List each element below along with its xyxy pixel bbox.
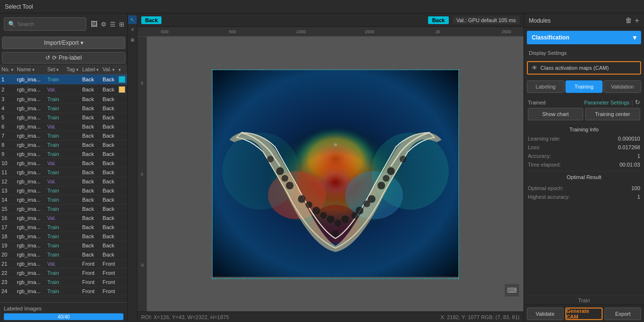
table-row[interactable]: 16 rgb_ima... Val. Back Back <box>0 214 127 223</box>
tool-select[interactable]: ↖ <box>128 15 137 24</box>
svg-point-22 <box>306 201 312 208</box>
keyboard-icon[interactable]: ⌨ <box>504 283 520 297</box>
table-row[interactable]: 14 rgb_ima... Train Back Back <box>0 195 127 205</box>
cell-tag <box>65 259 81 269</box>
col-header-tag[interactable]: Tag <box>65 64 81 75</box>
cell-set: Train <box>46 113 65 122</box>
cell-no: 18 <box>0 232 15 241</box>
training-center-button[interactable]: Training center <box>585 108 641 120</box>
cell-val: Back <box>101 195 117 205</box>
pre-label-button[interactable]: ↺ ⟳ Pre-label <box>2 52 125 64</box>
action-buttons: Show chart Training center <box>528 108 640 120</box>
select-tool-label: Select Tool <box>5 3 33 10</box>
col-header-name[interactable]: Name <box>15 64 46 75</box>
col-header-set[interactable]: Set <box>46 64 65 75</box>
cell-no: 24 <box>0 287 15 296</box>
cell-tag <box>65 287 81 296</box>
import-export-button[interactable]: Import/Export ▾ <box>2 37 125 49</box>
generate-cam-button[interactable]: Generate CAM <box>565 308 603 320</box>
cell-no: 8 <box>0 141 15 150</box>
tool-sidebar: ↖ ⠿ ⊞ <box>128 13 137 322</box>
classification-button[interactable]: Classification ▾ <box>527 31 641 44</box>
table-row[interactable]: 15 rgb_ima... Train Back Back <box>0 205 127 214</box>
cam-section[interactable]: 👁 Class activation maps (CAM) <box>527 61 641 75</box>
cell-set: Train <box>46 75 65 85</box>
cell-label: Back <box>80 159 101 168</box>
col-header-no[interactable]: No. <box>0 64 15 75</box>
cell-tag <box>65 104 81 113</box>
cell-name: rgb_ima... <box>15 205 46 214</box>
bottom-status-bar: ROI: X=126, Y=43, W=2322, H=1875 X: 2182… <box>137 311 523 322</box>
table-row[interactable]: 4 rgb_ima... Train Back Back <box>0 104 127 113</box>
table-row[interactable]: 22 rgb_ima... Train Front Front <box>0 269 127 278</box>
cell-set: Train <box>46 232 65 241</box>
table-row[interactable]: 13 rgb_ima... Train Back Back <box>0 186 127 195</box>
refresh-icon[interactable]: ↻ <box>635 99 640 106</box>
cell-label: Back <box>80 250 101 259</box>
cell-label: Front <box>80 287 101 296</box>
col-header-label[interactable]: Label <box>80 64 101 75</box>
tab-training[interactable]: Training <box>565 80 603 93</box>
param-settings-link[interactable]: Parameter Settings <box>584 100 630 105</box>
svg-point-8 <box>276 167 284 175</box>
table-row[interactable]: 11 rgb_ima... Train Back Back <box>0 168 127 177</box>
table-row[interactable]: 7 rgb_ima... Train Back Back <box>0 131 127 141</box>
table-row[interactable]: 19 rgb_ima... Train Back Back <box>0 241 127 250</box>
cell-val: Back <box>101 214 117 223</box>
cell-color <box>117 131 127 141</box>
highest-accuracy-label: Highest accuracy: <box>528 194 570 200</box>
pre-label-icon: ↺ <box>45 54 50 61</box>
cell-no: 12 <box>0 177 15 186</box>
plus-icon[interactable]: + <box>635 16 639 25</box>
table-row[interactable]: 17 rgb_ima... Train Back Back <box>0 223 127 232</box>
image-icon[interactable]: 🖼 <box>90 19 98 29</box>
col-header-val[interactable]: Val. <box>101 64 117 75</box>
show-chart-button[interactable]: Show chart <box>528 108 583 120</box>
cell-val: Back <box>101 223 117 232</box>
table-row[interactable]: 18 rgb_ima... Train Back Back <box>0 232 127 241</box>
table-row[interactable]: 1 rgb_ima... Train Back Back <box>0 75 127 85</box>
cell-set: Val. <box>46 214 65 223</box>
validate-button[interactable]: Validate <box>527 308 564 320</box>
table-row[interactable]: 3 rgb_ima... Train Back Back <box>0 95 127 104</box>
svg-point-24 <box>335 219 341 226</box>
cell-val: Back <box>101 85 117 95</box>
table-row[interactable]: 8 rgb_ima... Train Back Back <box>0 141 127 150</box>
search-input[interactable] <box>17 21 82 27</box>
cell-val: Back <box>101 250 117 259</box>
search-bar[interactable]: 🔍 <box>4 17 86 31</box>
filter-icon[interactable]: ⚙ <box>100 20 107 29</box>
table-row[interactable]: 5 rgb_ima... Train Back Back <box>0 113 127 122</box>
table-row[interactable]: 12 rgb_ima... Val. Back Back <box>0 177 127 186</box>
cell-no: 15 <box>0 205 15 214</box>
trained-row: Trained Parameter Settings | ↻ <box>528 96 640 108</box>
cell-tag <box>65 113 81 122</box>
cell-name: rgb_ima... <box>15 168 46 177</box>
cell-name: rgb_ima... <box>15 269 46 278</box>
table-row[interactable]: 21 rgb_ima... Val. Front Front <box>0 259 127 269</box>
table-row[interactable]: 9 rgb_ima... Train Back Back <box>0 150 127 159</box>
cell-label: Front <box>80 278 101 287</box>
svg-point-27 <box>383 175 389 181</box>
learning-rate-label: Learning rate: <box>528 136 561 142</box>
table-row[interactable]: 20 rgb_ima... Train Back Back <box>0 250 127 259</box>
table-row[interactable]: 24 rgb_ima... Train Front Front <box>0 287 127 296</box>
cell-set: Train <box>46 186 65 195</box>
canvas-viewport[interactable]: ⌨ <box>147 37 523 311</box>
table-row[interactable]: 2 rgb_ima... Val. Back Back <box>0 85 127 95</box>
highest-accuracy-value: 1 <box>637 194 640 200</box>
tab-validation[interactable]: Validation <box>604 80 641 93</box>
trash-icon[interactable]: 🗑 <box>625 16 632 25</box>
tool-grid[interactable]: ⊞ <box>128 36 137 44</box>
tool-dots[interactable]: ⠿ <box>128 26 137 34</box>
cell-no: 19 <box>0 241 15 250</box>
cell-val: Back <box>101 186 117 195</box>
list-icon[interactable]: ☰ <box>109 20 117 29</box>
canvas-area: Back Back Val.: GPU default 105 ms -500 … <box>137 13 523 322</box>
tab-labeling[interactable]: Labeling <box>527 80 564 93</box>
table-row[interactable]: 23 rgb_ima... Train Front Front <box>0 278 127 287</box>
export-button[interactable]: Export <box>604 308 641 320</box>
settings-icon[interactable]: ⊞ <box>118 20 125 29</box>
table-row[interactable]: 10 rgb_ima... Val. Back Back <box>0 159 127 168</box>
table-row[interactable]: 6 rgb_ima... Val. Back Back <box>0 122 127 131</box>
